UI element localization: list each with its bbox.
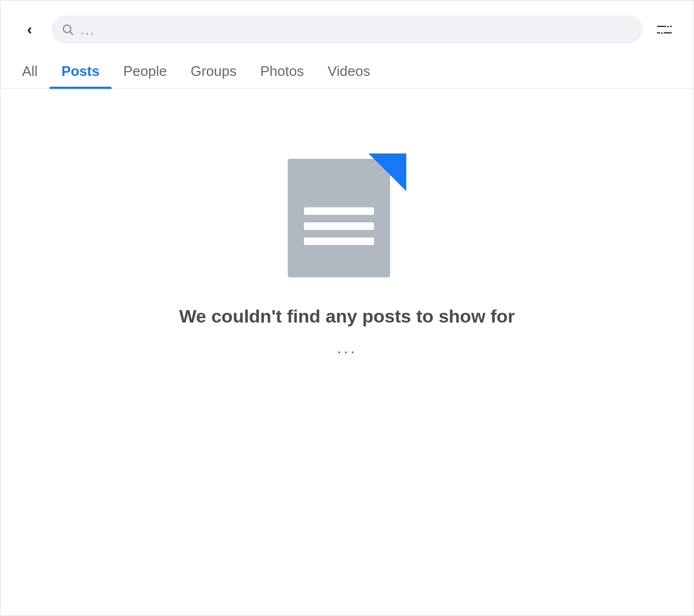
doc-line-2 [304, 222, 374, 230]
empty-subtitle: ... [337, 339, 357, 357]
filter-lines-icon [657, 26, 672, 34]
tabs-bar: All Posts People Groups Photos Videos [1, 54, 693, 89]
filter-button[interactable] [651, 17, 677, 43]
empty-title: We couldn't find any posts to show for [179, 304, 515, 328]
empty-state: We couldn't find any posts to show for .… [1, 110, 693, 400]
tab-videos[interactable]: Videos [316, 54, 382, 88]
tab-groups[interactable]: Groups [179, 54, 248, 88]
tab-people[interactable]: People [112, 54, 179, 88]
header: ‹ ... [1, 1, 693, 54]
document-icon [288, 153, 406, 277]
search-icon [62, 24, 74, 36]
search-query: ... [80, 22, 95, 38]
doc-corner [369, 153, 406, 191]
back-button[interactable]: ‹ [17, 17, 43, 43]
svg-line-1 [70, 32, 73, 35]
tab-all[interactable]: All [17, 54, 50, 88]
tab-posts[interactable]: Posts [50, 54, 112, 88]
doc-line-1 [304, 207, 374, 215]
doc-line-3 [304, 237, 374, 245]
search-bar[interactable]: ... [51, 16, 643, 44]
back-icon: ‹ [27, 21, 32, 38]
tab-photos[interactable]: Photos [248, 54, 316, 88]
